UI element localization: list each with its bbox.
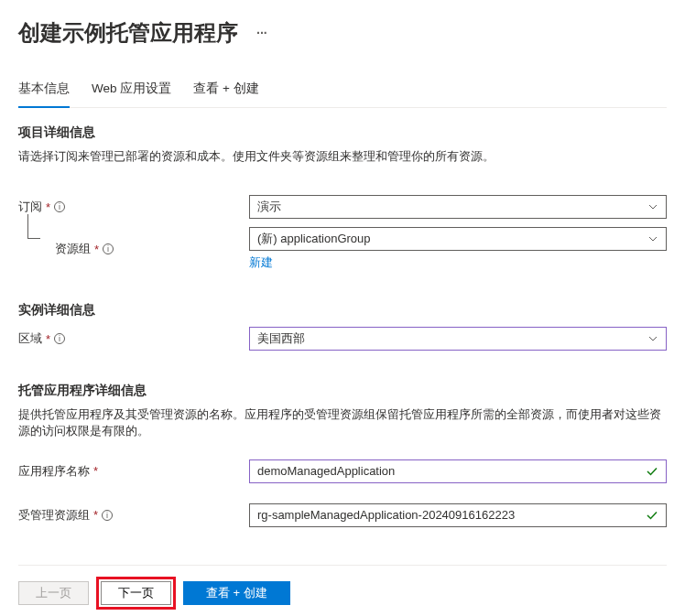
chevron-down-icon bbox=[647, 333, 658, 344]
subscription-select[interactable]: 演示 bbox=[249, 195, 667, 219]
project-section-title: 项目详细信息 bbox=[18, 124, 667, 141]
required-asterisk: * bbox=[94, 243, 99, 256]
new-resource-group-link[interactable]: 新建 bbox=[249, 254, 273, 271]
info-icon[interactable]: i bbox=[54, 201, 65, 212]
review-create-button[interactable]: 查看 + 创建 bbox=[183, 581, 290, 605]
required-asterisk: * bbox=[93, 508, 98, 522]
chevron-down-icon bbox=[647, 201, 658, 212]
footer: 上一页 下一页 查看 + 创建 bbox=[18, 565, 667, 610]
region-label: 区域 * i bbox=[18, 330, 249, 347]
tabs: 基本信息 Web 应用设置 查看 + 创建 bbox=[18, 81, 667, 108]
info-icon[interactable]: i bbox=[103, 243, 114, 254]
managed-rg-row: 受管理资源组 * i rg-sampleManagedApplication-2… bbox=[18, 503, 667, 528]
project-section-desc: 请选择订阅来管理已部署的资源和成本。使用文件夹等资源组来整理和管理你的所有资源。 bbox=[18, 148, 667, 165]
subscription-row: 订阅 * i 演示 bbox=[18, 194, 667, 220]
required-asterisk: * bbox=[46, 200, 50, 214]
tab-review-create[interactable]: 查看 + 创建 bbox=[193, 81, 258, 108]
resource-group-row: 资源组 * i (新) applicationGroup 新建 bbox=[18, 227, 667, 271]
app-name-input[interactable]: demoManagedApplication bbox=[249, 459, 667, 483]
region-row: 区域 * i 美国西部 bbox=[18, 326, 667, 351]
tab-web-settings[interactable]: Web 应用设置 bbox=[92, 81, 171, 108]
chevron-down-icon bbox=[647, 233, 658, 244]
highlight-box: 下一页 bbox=[96, 577, 176, 610]
resource-group-select[interactable]: (新) applicationGroup bbox=[249, 227, 667, 251]
managed-section-desc: 提供托管应用程序及其受管理资源的名称。应用程序的受管理资源组保留托管应用程序所需… bbox=[18, 406, 667, 439]
app-name-row: 应用程序名称 * demoManagedApplication bbox=[18, 459, 667, 484]
next-button[interactable]: 下一页 bbox=[101, 581, 171, 605]
more-icon[interactable]: ··· bbox=[256, 26, 267, 40]
managed-section-title: 托管应用程序详细信息 bbox=[18, 383, 667, 399]
tab-basic[interactable]: 基本信息 bbox=[18, 81, 70, 108]
check-icon bbox=[646, 465, 658, 478]
app-name-label: 应用程序名称 * bbox=[18, 463, 249, 480]
region-select[interactable]: 美国西部 bbox=[249, 327, 667, 351]
instance-section-title: 实例详细信息 bbox=[18, 302, 667, 319]
subscription-label: 订阅 * i bbox=[18, 199, 249, 215]
page-title-text: 创建示例托管应用程序 bbox=[18, 18, 238, 48]
resource-group-label: 资源组 * i bbox=[18, 241, 249, 257]
prev-button: 上一页 bbox=[18, 581, 89, 605]
info-icon[interactable]: i bbox=[102, 510, 113, 521]
info-icon[interactable]: i bbox=[54, 333, 65, 344]
page-title: 创建示例托管应用程序 ··· bbox=[18, 18, 667, 48]
required-asterisk: * bbox=[46, 332, 50, 346]
check-icon bbox=[646, 509, 658, 522]
managed-rg-label: 受管理资源组 * i bbox=[18, 507, 249, 524]
managed-rg-input[interactable]: rg-sampleManagedApplication-202409161622… bbox=[249, 503, 667, 527]
required-asterisk: * bbox=[93, 464, 98, 478]
